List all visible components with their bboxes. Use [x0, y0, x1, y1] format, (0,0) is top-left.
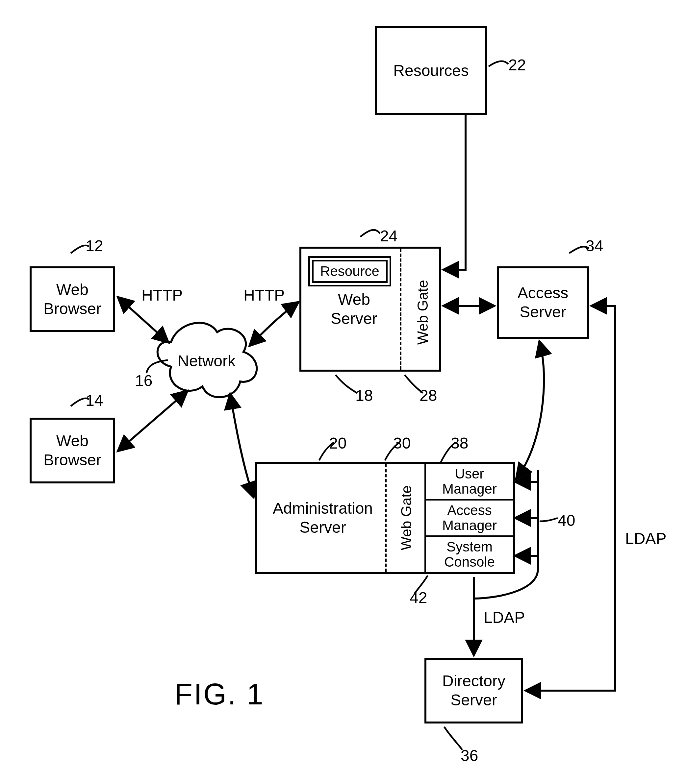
network-label: Network: [178, 352, 235, 370]
lead-24: [360, 230, 380, 237]
ldap-label-1: LDAP: [484, 609, 525, 627]
web-server-label: Web Server: [314, 290, 393, 328]
access-manager-node: Access Manager: [426, 500, 513, 537]
web-server-ref: 18: [355, 386, 373, 405]
user-manager-ref: 38: [451, 434, 468, 452]
web-server-dash: [400, 249, 401, 370]
web-browser-2-ref: 14: [85, 391, 103, 409]
admin-server-ref: 20: [329, 434, 347, 452]
edge-access-directory: [526, 306, 615, 691]
edge-resources-webgate: [444, 115, 465, 270]
admin-gate-label: Web Gate: [398, 485, 414, 550]
resources-ref: 22: [508, 56, 526, 74]
web-server-gate-ref: 28: [419, 386, 437, 405]
lead-22: [488, 61, 508, 66]
admin-server-label: Administration Server: [267, 499, 379, 537]
figure-caption: FIG. 1: [174, 677, 265, 711]
admin-gate-node: Web Gate: [393, 467, 419, 569]
web-server-resource-label: Resource: [320, 263, 380, 279]
directory-server-ref: 36: [461, 746, 478, 764]
web-browser-2-label: Web Browser: [43, 431, 101, 469]
edge-network-webserver: [250, 303, 298, 345]
web-browser-2-node: Web Browser: [30, 418, 115, 484]
user-manager-label: User Manager: [442, 466, 497, 497]
web-browser-1-label: Web Browser: [43, 280, 101, 318]
web-browser-1-ref: 12: [85, 237, 103, 255]
lead-40: [540, 518, 558, 521]
web-server-gate-label: Web Gate: [414, 280, 431, 344]
admin-stack: User Manager Access Manager System Conso…: [424, 464, 513, 572]
web-server-resource-ref: 24: [380, 227, 398, 245]
edge-admin-access: [516, 342, 544, 479]
edge-wb2-network: [118, 391, 187, 451]
directory-server-node: Directory Server: [424, 658, 523, 723]
access-server-ref: 34: [586, 237, 603, 255]
http-label-2: HTTP: [243, 286, 284, 304]
http-label-1: HTTP: [141, 286, 182, 304]
system-console-node: System Console: [426, 537, 513, 572]
resources-label: Resources: [393, 61, 468, 80]
web-server-resource-node: Resource: [312, 260, 388, 283]
access-server-label: Access Server: [518, 284, 569, 321]
ldap-label-2: LDAP: [625, 530, 666, 548]
edge-wb1-network: [118, 298, 168, 342]
access-manager-ref: 40: [558, 512, 575, 530]
resources-node: Resources: [375, 26, 487, 115]
access-manager-label: Access Manager: [442, 503, 497, 533]
directory-server-label: Directory Server: [442, 671, 505, 709]
web-browser-1-node: Web Browser: [30, 266, 115, 332]
system-console-ref: 42: [410, 589, 427, 607]
admin-gate-ref: 30: [393, 434, 411, 452]
lead-16: [146, 360, 168, 373]
access-server-node: Access Server: [497, 266, 589, 339]
lead-18: [335, 375, 357, 393]
user-manager-node: User Manager: [426, 464, 513, 500]
network-ref: 16: [135, 372, 152, 390]
admin-dash: [385, 464, 386, 572]
web-server-gate-node: Web Gate: [411, 260, 434, 365]
system-console-label: System Console: [444, 539, 495, 569]
edge-network-admin: [230, 395, 253, 497]
lead-36: [444, 727, 462, 750]
